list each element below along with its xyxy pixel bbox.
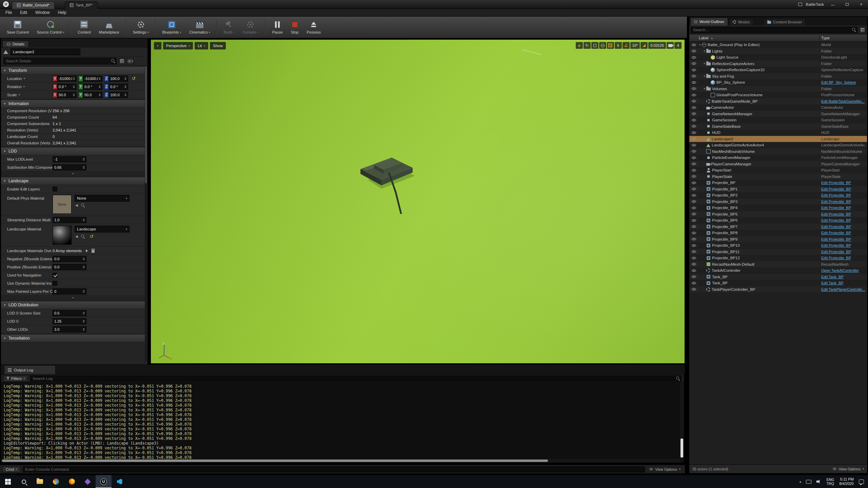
visibility-eye-icon[interactable] [689,181,698,184]
visibility-eye-icon[interactable] [689,225,698,228]
tab-content-browser[interactable]: Content Browser [764,18,806,25]
toolbar-button-content[interactable]: Content [74,18,95,37]
toolbar-button-blueprints[interactable]: Blueprints▾ [158,18,185,37]
tank-actor[interactable] [358,147,419,219]
transform-x-field[interactable]: X-51000.0 [53,76,77,82]
value-box[interactable]: 0.0 ° [57,84,77,90]
details-scrollbar[interactable] [145,66,147,362]
details-scrollbar-thumb[interactable] [145,66,147,183]
visibility-eye-icon[interactable] [689,282,698,285]
visibility-eye-icon[interactable] [689,156,698,159]
visibility-eye-icon[interactable] [689,162,698,165]
outliner-row-tank-bp[interactable]: Tank_BPEdit Tank_BP [689,274,867,280]
tray-expand-icon[interactable]: ▴ [800,480,801,483]
transform-z-field[interactable]: Z100.0 [104,76,128,82]
visibility-eye-icon[interactable] [689,112,698,115]
value-box[interactable]: 0 [53,288,86,294]
visibility-eye-icon[interactable] [689,94,698,97]
visibility-eye-icon[interactable] [689,144,698,147]
value-box[interactable]: 1.0 [53,217,86,223]
visibility-eye-icon[interactable] [689,288,698,291]
visibility-eye-icon[interactable] [689,49,698,53]
outliner-row-tankaicontroller[interactable]: TankAIControllerOpen TankAIController [689,267,867,274]
checkbox[interactable] [53,187,57,191]
expand-arrow-icon[interactable]: ▾ [703,62,706,65]
column-type-header[interactable]: Type [821,36,830,40]
type-edit-link[interactable]: Edit BattleTankGameMo... [821,99,867,103]
value-box[interactable]: -51000.0 [57,76,77,82]
expand-arrow-icon[interactable]: ▾ [703,87,706,90]
display-icon[interactable] [806,480,811,484]
output-log-tab[interactable]: Output Log [4,365,56,374]
transform-y-field[interactable]: Y50.0 [78,92,102,98]
world-space-toggle[interactable] [599,42,606,49]
outliner-row-navmeshboundsvolume[interactable]: NavMeshBoundsVolumeNavMeshBoundsVolume [689,148,867,155]
toolbar-button-save-current[interactable]: Save Current [3,18,33,37]
use-selected-asset-icon[interactable]: ◀ [75,235,78,238]
tab-world-outliner[interactable]: World Outliner [690,18,728,25]
console-command-input[interactable] [23,466,645,472]
value-spinner[interactable] [73,77,75,80]
menu-item-file[interactable]: File [1,9,16,16]
value-box[interactable]: 0.0 [53,264,86,270]
viewport-options-button[interactable]: ▾ [154,42,161,49]
section-header-information[interactable]: ▼Information [1,100,145,108]
visibility-eye-icon[interactable] [689,200,698,203]
outliner-row-projectile-bp7[interactable]: Projectile_BP7Edit Projectile_BP [689,224,867,230]
outliner-view-options-button[interactable]: View Options ▾ [833,467,864,471]
visibility-eye-icon[interactable] [689,238,698,241]
grid-snap-value[interactable]: 5 [615,42,622,49]
property-matrix-button[interactable] [119,58,125,64]
outliner-row-projectile-bp12[interactable]: Projectile_BP12Edit Projectile_BP [689,255,867,261]
clock[interactable]: 5:11 PM 8/4/2020 [839,477,854,486]
value-spinner[interactable] [83,312,85,314]
menu-item-edit[interactable]: Edit [16,9,31,16]
value-box[interactable]: 0.0 [53,256,86,262]
section-header-lod-distribution[interactable]: ▼LOD Distribution [1,301,145,309]
details-tab[interactable]: Details [2,41,29,47]
taskbar-visual-studio-button[interactable] [80,475,96,488]
scale-snap-toggle[interactable] [640,42,648,49]
value-box[interactable]: 0.65 [53,164,86,170]
outliner-row-particleeventmanager[interactable]: ParticleEventManagerParticleEventManager [689,155,867,161]
asset-tab-tank-bp[interactable]: Tank_BP* [65,1,98,9]
outliner-row-projectile-bp8[interactable]: Projectile_BP8Edit Projectile_BP [689,230,867,236]
visibility-eye-icon[interactable] [689,137,698,140]
outliner-row-landscapegizmoactiveactor4[interactable]: LandscapeGizmoActiveActor4LandscapeGizmo… [689,142,867,148]
asset-select-dropdown[interactable]: None▾ [75,195,130,202]
visibility-eye-icon[interactable] [689,269,698,272]
display-filter-button[interactable]: ▾ [127,58,134,64]
visibility-eye-icon[interactable] [689,131,698,134]
level-tab-battle-ground[interactable]: Battle_Ground* [12,1,55,9]
value-box[interactable]: -1 [53,156,86,162]
toolbar-button-pause[interactable]: Pause [268,18,287,37]
outliner-row-projectile-bp3[interactable]: Projectile_BP3Edit Projectile_BP [689,199,867,205]
outliner-row-projectile-bp5[interactable]: Projectile_BP5Edit Projectile_BP [689,211,867,218]
perspective-dropdown[interactable]: Perspective▾ [163,42,193,49]
visibility-eye-icon[interactable] [689,106,698,109]
transform-z-field[interactable]: Z0.0 ° [104,84,128,90]
type-edit-link[interactable]: Edit Projectile_BP [821,237,867,241]
outliner-settings-button[interactable] [859,27,866,33]
value-spinner[interactable] [99,85,101,88]
value-spinner[interactable] [83,290,85,293]
outliner-row-volumes[interactable]: ▾VolumesFolder [689,86,867,92]
visibility-eye-icon[interactable] [689,56,698,59]
type-edit-link[interactable]: Edit Projectile_BP [821,250,867,254]
details-search-input[interactable] [3,58,117,64]
use-selected-asset-icon[interactable]: ◀ [75,204,78,207]
asset-select-dropdown[interactable]: Landscape▾ [75,226,130,232]
column-divider[interactable] [819,35,820,41]
type-edit-link[interactable]: Edit Projectile_BP [821,193,867,197]
language-indicator[interactable]: ENG TRQ [826,477,834,486]
toolbar-button-possess[interactable]: Possess [302,18,325,37]
type-edit-link[interactable]: Edit Projectile_BP [821,187,867,191]
visibility-eye-icon[interactable] [689,275,698,278]
value-spinner[interactable] [99,77,101,80]
value-box[interactable]: -51000.0 [83,76,102,82]
grid-snap-toggle[interactable] [607,42,614,49]
browse-asset-icon[interactable] [81,203,85,207]
log-vertical-scrollbar[interactable] [680,383,684,459]
type-edit-link[interactable]: Edit Projectile_BP [821,225,867,229]
log-hscroll-thumb[interactable] [2,460,548,462]
